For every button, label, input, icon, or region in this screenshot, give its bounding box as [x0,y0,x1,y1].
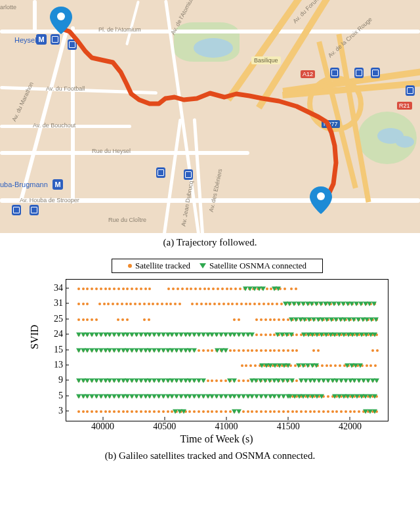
y-tick-label: 5 [45,391,63,401]
legend-osnma-label: Satellite OSNMA connected [209,261,306,271]
plot-area [66,279,388,421]
x-axis-label: Time of Week (s) [33,433,400,445]
y-tick-label: 34 [45,283,63,293]
legend-tracked: Satellite tracked [128,261,190,271]
legend-tracked-label: Satellite tracked [135,261,190,271]
figure-wrap: Heysel M uba-Brugmann M Basilique A12 R2… [0,0,420,469]
y-tick-label: 9 [45,375,63,385]
y-tick-label: 3 [45,406,63,416]
y-tick-label: 15 [45,345,63,355]
legend-osnma: Satellite OSNMA connected [200,261,306,271]
marker-start [50,7,72,34]
chart-panel: Satellite tracked Satellite OSNMA connec… [33,256,400,446]
triangle-marker-icon [200,263,206,268]
chart-legend: Satellite tracked Satellite OSNMA connec… [112,259,323,273]
y-tick-label: 13 [45,360,63,370]
y-axis-label: SVID [29,325,41,349]
map-panel: Heysel M uba-Brugmann M Basilique A12 R2… [0,0,420,233]
svg-point-0 [57,12,65,20]
x-tick-label: 40500 [153,421,176,432]
svg-point-1 [317,192,325,200]
trajectory-path [0,0,420,233]
y-tick-label: 25 [45,314,63,324]
x-tick-label: 42000 [339,421,362,432]
x-tick-label: 40000 [91,421,114,432]
x-tick-label: 41000 [215,421,238,432]
data-layer [66,280,388,421]
marker-end [310,186,332,214]
y-tick-label: 31 [45,298,63,309]
caption-a: (a) Trajectory followed. [0,233,420,256]
caption-b: (b) Galileo satellites tracked and OSNMA… [0,446,420,469]
x-tick-label: 41500 [277,421,300,432]
circle-marker-icon [128,264,132,268]
y-tick-label: 24 [45,329,63,339]
